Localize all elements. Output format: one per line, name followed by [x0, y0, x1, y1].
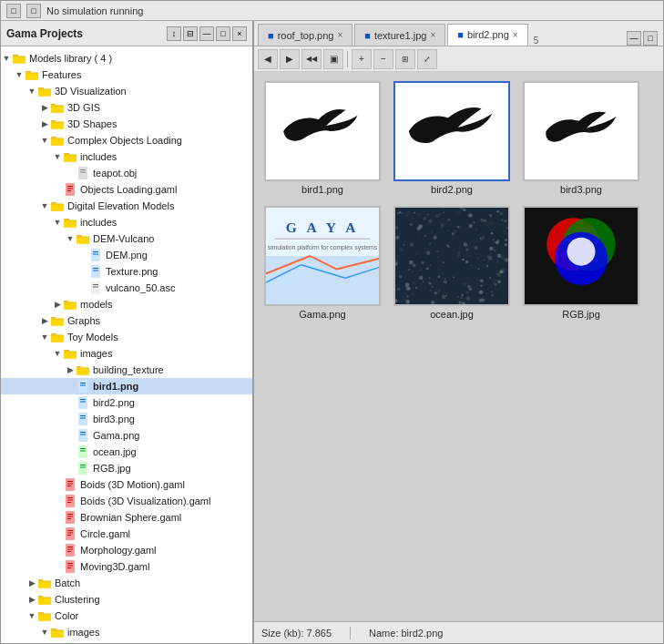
zoom-in-btn[interactable]: +: [352, 49, 372, 69]
image-label-gama: Gama.png: [299, 309, 345, 320]
image-thumb-gama[interactable]: G A Y A simulation platform for complex …: [264, 206, 381, 306]
tree-item-teapot[interactable]: teapot.obj: [1, 165, 252, 181]
svg-rect-26: [67, 189, 73, 189]
tree-area[interactable]: ▼ Models library ( 4 )▼ Features▼ 3D Vis…: [1, 46, 252, 643]
panel-btn-sync[interactable]: ⊟: [183, 26, 198, 41]
tree-item-bird2[interactable]: bird2.png: [1, 394, 252, 411]
expander-3d-vis[interactable]: ▼: [26, 87, 37, 96]
svg-point-204: [403, 297, 404, 298]
zoom-out-btn[interactable]: −: [373, 49, 393, 69]
tree-item-texture-png[interactable]: Texture.png: [1, 263, 252, 280]
tree-item-building-texture[interactable]: ▶ building_texture: [1, 362, 252, 378]
panel-btn-close[interactable]: ×: [232, 26, 247, 41]
tree-item-color[interactable]: ▼ Color: [1, 608, 252, 624]
expander-dem-vulcano[interactable]: ▼: [65, 234, 76, 243]
tab-overflow[interactable]: 5: [530, 36, 543, 46]
panel-btn-collapse[interactable]: ↕: [167, 26, 181, 41]
tree-item-3d-shapes[interactable]: ▶ 3D Shapes: [1, 116, 252, 132]
tree-item-dem-png[interactable]: DEM.png: [1, 247, 252, 263]
icon-asc: [88, 281, 103, 295]
expander-complex-obj[interactable]: ▼: [39, 136, 50, 145]
tree-item-features[interactable]: ▼ Features: [1, 66, 252, 83]
tree-item-3d-vis[interactable]: ▼ 3D Visualization: [1, 83, 252, 99]
tree-item-color-rgb[interactable]: RGB.jpg: [1, 640, 252, 643]
title-btn-1[interactable]: □: [6, 4, 21, 18]
tab-texture1[interactable]: ■ texture1.jpg ×: [354, 24, 445, 46]
expander-batch[interactable]: ▶: [26, 578, 37, 588]
tree-item-boids-3d-motion[interactable]: Boids (3D Motion).gaml: [1, 476, 252, 493]
expander-color-images[interactable]: ▼: [39, 628, 50, 637]
expander-models-lib[interactable]: ▼: [1, 54, 12, 63]
expander-building-texture[interactable]: ▶: [65, 365, 76, 374]
tab-bird2-close[interactable]: ×: [513, 30, 518, 40]
tree-item-clustering[interactable]: ▶ Clustering: [1, 591, 252, 608]
nav-back-btn[interactable]: ◀: [258, 49, 278, 69]
tree-item-moving3d[interactable]: Moving3D.gaml: [1, 558, 252, 575]
expander-includes2[interactable]: ▼: [52, 218, 63, 227]
tree-item-boids-3d-vis[interactable]: Boids (3D Visualization).gaml: [1, 493, 252, 509]
expander-features[interactable]: ▼: [14, 70, 25, 79]
tree-item-gama-png[interactable]: Gama.png: [1, 427, 252, 444]
image-cell-ocean[interactable]: ocean.jpg: [393, 206, 511, 320]
tree-item-color-images[interactable]: ▼ images: [1, 624, 252, 640]
image-thumb-bird2[interactable]: [393, 81, 510, 181]
image-thumb-ocean[interactable]: [393, 206, 510, 306]
tree-item-bird3[interactable]: bird3.png: [1, 411, 252, 427]
tree-item-models-folder[interactable]: ▶ models: [1, 296, 252, 312]
tree-item-includes1[interactable]: ▼ includes: [1, 148, 252, 165]
tree-item-dem-vulcano[interactable]: ▼ DEM-Vulcano: [1, 230, 252, 247]
expander-models-folder[interactable]: ▶: [52, 300, 63, 309]
tree-item-vulcano-asc[interactable]: vulcano_50.asc: [1, 280, 252, 296]
title-btn-2[interactable]: □: [26, 4, 41, 18]
viewer-area[interactable]: bird1.png bird2.png bird3.png G A Y A si…: [254, 72, 663, 621]
tree-item-complex-obj[interactable]: ▼ Complex Objects Loading: [1, 132, 252, 148]
panel-btn-max[interactable]: □: [216, 26, 230, 41]
nav-stop-btn[interactable]: ▣: [323, 49, 343, 69]
expander-clustering[interactable]: ▶: [26, 595, 37, 604]
image-cell-bird1[interactable]: bird1.png: [263, 81, 382, 195]
expander-dem[interactable]: ▼: [39, 201, 50, 210]
tab-ctrl-max[interactable]: □: [643, 31, 658, 46]
tree-item-toy-models[interactable]: ▼ Toy Models: [1, 329, 252, 345]
tree-item-dem[interactable]: ▼ Digital Elevation Models: [1, 198, 252, 214]
tab-roof-top-close[interactable]: ×: [337, 30, 342, 40]
image-thumb-rgb[interactable]: [523, 206, 639, 306]
tree-item-includes2[interactable]: ▼ includes: [1, 214, 252, 230]
image-thumb-bird1[interactable]: [264, 81, 381, 181]
nav-prev-btn[interactable]: ◀◀: [301, 49, 322, 69]
tab-roof-top[interactable]: ■ roof_top.png ×: [258, 24, 352, 46]
image-cell-bird2[interactable]: bird2.png: [393, 81, 511, 195]
tree-item-ocean-jpg[interactable]: ocean.jpg: [1, 444, 252, 460]
tree-item-circle[interactable]: Circle.gaml: [1, 526, 252, 542]
icon-folder: [76, 363, 90, 377]
fit-btn[interactable]: ⊞: [395, 49, 415, 69]
fullscreen-btn[interactable]: ⤢: [417, 49, 437, 69]
tab-texture1-close[interactable]: ×: [430, 30, 435, 40]
tree-item-graphs[interactable]: ▶ Graphs: [1, 312, 252, 329]
nav-forward-btn[interactable]: ▶: [280, 49, 300, 69]
expander-3d-gis[interactable]: ▶: [39, 103, 50, 112]
tree-item-batch[interactable]: ▶ Batch: [1, 575, 252, 591]
expander-toy-models[interactable]: ▼: [39, 332, 50, 342]
tab-bird2[interactable]: ■ bird2.png ×: [447, 24, 527, 46]
tree-item-3d-gis[interactable]: ▶ 3D GIS: [1, 99, 252, 116]
tab-ctrl-min[interactable]: —: [627, 31, 641, 46]
image-cell-gama[interactable]: G A Y A simulation platform for complex …: [263, 206, 382, 320]
expander-includes1[interactable]: ▼: [52, 152, 63, 161]
panel-btn-min[interactable]: —: [199, 26, 214, 41]
expander-graphs[interactable]: ▶: [39, 316, 50, 325]
svg-point-145: [460, 206, 463, 209]
tree-item-brownian[interactable]: Brownian Sphere.gaml: [1, 509, 252, 526]
tree-item-obj-loading[interactable]: Objects Loading.gaml: [1, 181, 252, 198]
tree-item-bird1[interactable]: bird1.png: [1, 378, 252, 394]
image-thumb-bird3[interactable]: [523, 81, 639, 181]
tree-item-morphology[interactable]: Morphology.gaml: [1, 542, 252, 558]
image-cell-bird3[interactable]: bird3.png: [522, 81, 640, 195]
tree-item-images-folder[interactable]: ▼ images: [1, 345, 252, 362]
image-cell-rgb[interactable]: RGB.jpg: [522, 206, 640, 320]
expander-color[interactable]: ▼: [26, 611, 37, 620]
expander-3d-shapes[interactable]: ▶: [39, 119, 50, 128]
expander-images-folder[interactable]: ▼: [52, 349, 63, 358]
tree-item-models-lib[interactable]: ▼ Models library ( 4 ): [1, 50, 252, 66]
tree-item-rgb-jpg[interactable]: RGB.jpg: [1, 460, 252, 476]
